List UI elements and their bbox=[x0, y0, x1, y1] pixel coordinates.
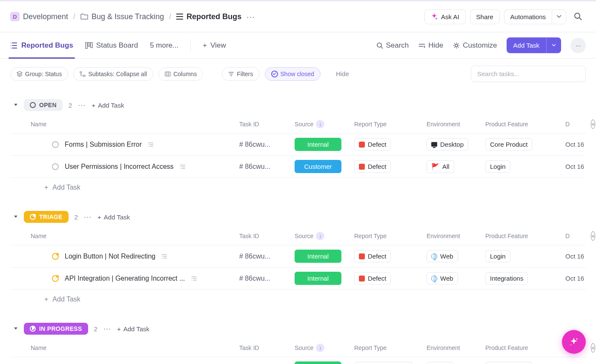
task-source[interactable]: Internal bbox=[295, 272, 354, 285]
col-report-type[interactable]: Report Type bbox=[354, 233, 427, 239]
more-icon[interactable]: ··· bbox=[246, 12, 255, 22]
add-column-button[interactable]: + bbox=[591, 231, 595, 241]
collapse-caret-icon[interactable] bbox=[14, 327, 18, 330]
customize-action[interactable]: Customize bbox=[453, 41, 497, 50]
col-product-feature[interactable]: Product Feature bbox=[485, 344, 565, 351]
task-title[interactable]: Forms | Submission Error bbox=[65, 141, 142, 148]
col-date[interactable]: D bbox=[565, 233, 591, 239]
col-source[interactable]: Source↓ bbox=[295, 344, 354, 352]
add-task-caret[interactable] bbox=[546, 37, 561, 53]
ask-ai-button[interactable]: Ask AI bbox=[424, 9, 466, 24]
subtasks-icon[interactable] bbox=[161, 254, 167, 259]
share-button[interactable]: Share bbox=[470, 9, 500, 24]
group-more-icon[interactable]: ··· bbox=[84, 213, 92, 222]
add-task-row[interactable]: +Add Task bbox=[10, 178, 586, 194]
tab-status-board[interactable]: Status Board bbox=[85, 32, 138, 58]
crumb-list[interactable]: Reported Bugs bbox=[176, 12, 241, 21]
task-source[interactable]: Internal bbox=[295, 361, 354, 364]
task-row[interactable]: API Integration | Generating Incorrect .… bbox=[10, 267, 586, 290]
col-name[interactable]: Name bbox=[31, 344, 239, 351]
col-taskid[interactable]: Task ID bbox=[239, 121, 295, 128]
task-feature[interactable]: Core Product bbox=[485, 138, 565, 151]
col-source[interactable]: Source↓ bbox=[295, 232, 354, 240]
col-taskid[interactable]: Task ID bbox=[239, 344, 295, 351]
col-taskid[interactable]: Task ID bbox=[239, 233, 295, 239]
task-source[interactable]: Internal bbox=[295, 250, 354, 263]
show-closed-pill[interactable]: Show closed bbox=[265, 67, 321, 81]
add-task-row[interactable]: +Add Task bbox=[10, 290, 586, 306]
col-report-type[interactable]: Report Type bbox=[354, 121, 427, 128]
task-environment[interactable]: 🚩All bbox=[427, 362, 485, 364]
task-row[interactable]: Forms | Submission Error # 86cwu... Inte… bbox=[10, 134, 586, 156]
task-feature[interactable]: Login bbox=[485, 250, 565, 262]
status-pill[interactable]: TRIAGE bbox=[24, 211, 69, 223]
group-add-task[interactable]: +Add Task bbox=[97, 213, 130, 221]
col-date[interactable]: D bbox=[565, 121, 591, 128]
more-actions[interactable]: ··· bbox=[570, 38, 586, 53]
col-environment[interactable]: Environment bbox=[427, 344, 485, 351]
status-pill[interactable]: IN PROGRESS bbox=[24, 323, 88, 335]
task-title[interactable]: Login Button | Not Redirecting bbox=[65, 253, 155, 260]
task-status-icon[interactable] bbox=[52, 253, 59, 260]
tab-add-view[interactable]: + View bbox=[203, 32, 226, 58]
task-environment[interactable]: Desktop bbox=[427, 138, 485, 151]
group-more-icon[interactable]: ··· bbox=[78, 101, 86, 110]
collapse-caret-icon[interactable] bbox=[14, 103, 18, 107]
task-row[interactable]: User Permissions | Incorrect Access # 86… bbox=[10, 156, 586, 178]
col-environment[interactable]: Environment bbox=[427, 233, 485, 239]
task-feature[interactable]: Login bbox=[485, 160, 565, 173]
task-report-type[interactable]: Defect bbox=[354, 138, 427, 151]
task-status-icon[interactable] bbox=[52, 163, 59, 170]
add-column-button[interactable]: + bbox=[591, 343, 595, 353]
col-source[interactable]: Source↓ bbox=[295, 120, 354, 128]
task-feature[interactable]: Core Product bbox=[485, 362, 565, 364]
task-report-type[interactable]: 🎨UI Refinem... bbox=[354, 362, 427, 364]
search-button[interactable] bbox=[570, 9, 586, 24]
search-action[interactable]: Search bbox=[376, 41, 409, 50]
task-status-icon[interactable] bbox=[52, 141, 59, 148]
task-title[interactable]: API Integration | Generating Incorrect .… bbox=[65, 275, 185, 282]
automations-button[interactable]: Automations bbox=[504, 9, 552, 24]
task-status-icon[interactable] bbox=[52, 275, 59, 282]
task-report-type[interactable]: Defect bbox=[354, 250, 427, 262]
add-task-button[interactable]: Add Task bbox=[507, 37, 546, 53]
task-source[interactable]: Customer bbox=[295, 160, 354, 173]
task-feature[interactable]: Integrations bbox=[485, 272, 565, 284]
task-source[interactable]: Internal bbox=[295, 138, 354, 151]
col-name[interactable]: Name bbox=[31, 233, 239, 239]
task-environment[interactable]: Web bbox=[427, 250, 485, 262]
subtasks-icon[interactable] bbox=[180, 164, 186, 169]
subtasks-icon[interactable] bbox=[191, 276, 197, 281]
task-environment[interactable]: Web bbox=[427, 272, 485, 284]
crumb-workspace[interactable]: D Development bbox=[10, 12, 68, 21]
search-tasks-input[interactable] bbox=[471, 65, 586, 82]
task-title[interactable]: User Permissions | Incorrect Access bbox=[65, 163, 174, 171]
col-report-type[interactable]: Report Type bbox=[354, 344, 427, 351]
status-pill[interactable]: OPEN bbox=[24, 99, 63, 111]
task-report-type[interactable]: Defect bbox=[354, 272, 427, 284]
group-by-pill[interactable]: Group: Status bbox=[10, 67, 68, 81]
filters-pill[interactable]: Filters bbox=[222, 67, 259, 81]
subtasks-pill[interactable]: Subtasks: Collapse all bbox=[73, 67, 153, 81]
col-product-feature[interactable]: Product Feature bbox=[485, 121, 565, 128]
col-name[interactable]: Name bbox=[31, 121, 239, 128]
fab-ai-button[interactable] bbox=[562, 330, 586, 354]
collapse-caret-icon[interactable] bbox=[14, 215, 18, 219]
tab-reported-bugs[interactable]: Reported Bugs bbox=[10, 32, 73, 58]
col-environment[interactable]: Environment bbox=[427, 121, 485, 128]
crumb-folder[interactable]: Bug & Issue Tracking bbox=[80, 12, 164, 21]
group-add-task[interactable]: +Add Task bbox=[117, 325, 149, 333]
tab-more[interactable]: 5 more... bbox=[150, 32, 178, 58]
task-row[interactable]: Login Button | Not Redirecting # 86cwu..… bbox=[10, 245, 586, 267]
group-add-task[interactable]: +Add Task bbox=[92, 102, 124, 109]
col-product-feature[interactable]: Product Feature bbox=[485, 233, 565, 239]
task-row[interactable]: Navigation Menu | Inconsistent Font Si..… bbox=[10, 357, 586, 364]
add-column-button[interactable]: + bbox=[591, 119, 595, 129]
hide-link[interactable]: Hide bbox=[336, 70, 349, 77]
automations-caret[interactable] bbox=[552, 9, 566, 24]
subtasks-icon[interactable] bbox=[148, 142, 154, 147]
hide-action[interactable]: Hide bbox=[418, 41, 443, 50]
task-report-type[interactable]: Defect bbox=[354, 160, 427, 173]
group-more-icon[interactable]: ··· bbox=[103, 324, 111, 333]
columns-pill[interactable]: Columns bbox=[158, 67, 203, 81]
